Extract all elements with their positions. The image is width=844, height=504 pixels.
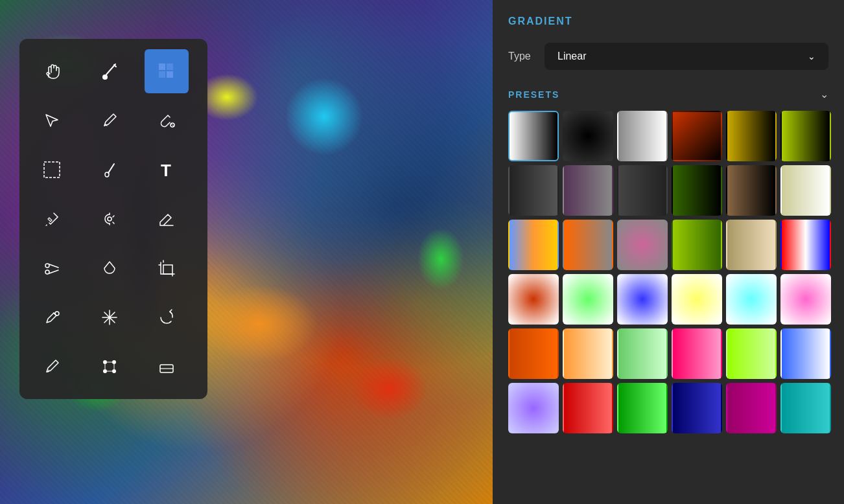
preset-item[interactable] (508, 165, 559, 216)
tool-scissors[interactable] (30, 246, 74, 290)
preset-item[interactable] (563, 165, 613, 216)
svg-text:T: T (161, 161, 171, 180)
tool-grid[interactable] (145, 49, 189, 93)
tool-paint-brush[interactable] (88, 148, 132, 192)
tool-rect-select[interactable] (30, 148, 74, 192)
preset-item[interactable] (508, 111, 559, 161)
svg-point-8 (108, 217, 111, 221)
tool-brush[interactable] (88, 49, 132, 93)
preset-item[interactable] (617, 165, 668, 216)
svg-point-10 (45, 270, 49, 274)
preset-item[interactable] (672, 274, 722, 325)
preset-item[interactable] (617, 383, 668, 433)
preset-item[interactable] (726, 111, 777, 161)
svg-point-14 (103, 360, 107, 364)
preset-item[interactable] (563, 328, 613, 379)
preset-item[interactable] (508, 274, 559, 325)
tool-drop[interactable] (88, 246, 132, 290)
preset-item[interactable] (617, 220, 668, 270)
presets-title: PRESETS (508, 89, 559, 100)
preset-item[interactable] (617, 274, 668, 325)
preset-item[interactable] (726, 328, 777, 379)
preset-item[interactable] (508, 383, 559, 433)
preset-item[interactable] (780, 111, 831, 161)
tool-pointer[interactable] (88, 197, 132, 241)
preset-item[interactable] (617, 328, 668, 379)
tool-bucket[interactable] (145, 98, 189, 143)
preset-item[interactable] (672, 328, 722, 379)
svg-point-0 (102, 74, 108, 80)
svg-rect-1 (159, 63, 165, 70)
svg-point-16 (103, 369, 107, 373)
tool-snowflake[interactable] (88, 295, 132, 339)
svg-point-9 (45, 264, 49, 268)
tool-pen[interactable] (30, 295, 74, 339)
preset-item[interactable] (726, 220, 777, 270)
tool-eyedrop[interactable] (30, 197, 74, 241)
preset-item[interactable] (780, 274, 831, 325)
tool-nodes[interactable] (88, 345, 132, 389)
tool-eraser2[interactable] (145, 345, 189, 389)
type-label: Type (508, 51, 534, 62)
preset-item[interactable] (726, 383, 777, 433)
presets-collapse-icon[interactable]: ⌄ (820, 88, 828, 100)
right-panel: GRADIENT Type Linear ⌄ PRESETS ⌄ (493, 0, 844, 504)
preset-item[interactable] (563, 220, 613, 270)
tool-text[interactable]: T (145, 148, 189, 192)
svg-rect-11 (163, 265, 172, 274)
type-select-button[interactable]: Linear ⌄ (545, 43, 828, 70)
svg-point-15 (112, 360, 116, 364)
tool-hand[interactable] (30, 49, 74, 93)
preset-item[interactable] (508, 220, 559, 270)
preset-item[interactable] (780, 165, 831, 216)
tool-pencil[interactable] (88, 98, 132, 143)
tool-rotate[interactable] (145, 295, 189, 339)
toolbar-panel: T (19, 39, 207, 399)
svg-point-13 (108, 316, 111, 319)
preset-item[interactable] (563, 274, 613, 325)
type-value: Linear (557, 51, 586, 62)
preset-item[interactable] (672, 383, 722, 433)
tool-arrow[interactable] (30, 98, 74, 143)
tool-pencil2[interactable] (30, 345, 74, 389)
preset-item[interactable] (780, 220, 831, 270)
preset-item[interactable] (508, 328, 559, 379)
preset-item[interactable] (563, 111, 613, 161)
svg-rect-4 (167, 71, 173, 78)
tool-crop[interactable] (145, 246, 189, 290)
svg-point-17 (112, 369, 116, 373)
preset-item[interactable] (780, 328, 831, 379)
presets-grid (508, 111, 828, 433)
preset-item[interactable] (726, 165, 777, 216)
preset-item[interactable] (672, 220, 722, 270)
preset-item[interactable] (672, 165, 722, 216)
svg-rect-2 (167, 63, 173, 70)
type-row: Type Linear ⌄ (508, 43, 828, 70)
svg-rect-3 (159, 71, 165, 78)
preset-item[interactable] (780, 383, 831, 433)
preset-item[interactable] (672, 111, 722, 161)
preset-item[interactable] (563, 383, 613, 433)
gradient-title: GRADIENT (508, 16, 828, 27)
svg-rect-6 (44, 162, 60, 178)
chevron-down-icon: ⌄ (808, 51, 815, 62)
preset-item[interactable] (617, 111, 668, 161)
presets-header: PRESETS ⌄ (508, 88, 828, 100)
tool-eraser[interactable] (145, 197, 189, 241)
preset-item[interactable] (726, 274, 777, 325)
